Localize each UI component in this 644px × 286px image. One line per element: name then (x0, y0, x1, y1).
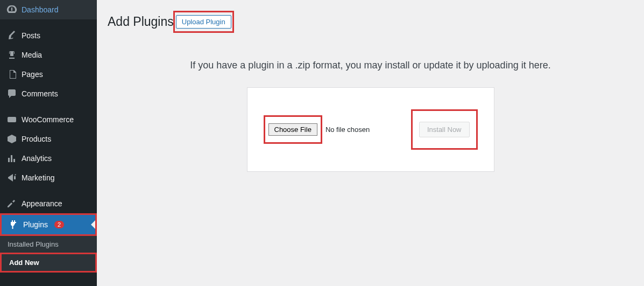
svg-rect-0 (8, 117, 16, 122)
plugins-icon (8, 219, 19, 230)
main-content: Add Plugins Upload Plugin If you have a … (97, 0, 644, 286)
sidebar-item-marketing[interactable]: Marketing (0, 168, 97, 187)
sidebar-label: WooCommerce (22, 115, 74, 124)
choose-file-button[interactable]: Choose File (268, 123, 317, 136)
dashboard-icon (6, 4, 17, 15)
upload-instruction: If you have a plugin in a .zip format, y… (108, 60, 633, 71)
appearance-icon (6, 198, 17, 209)
sidebar-item-comments[interactable]: Comments (0, 84, 97, 103)
sidebar-label: Analytics (22, 154, 52, 163)
sidebar-item-dashboard[interactable]: Dashboard (0, 0, 97, 19)
sidebar-item-plugins[interactable]: Plugins 2 (0, 213, 97, 236)
media-icon (6, 50, 17, 60)
sidebar-label: Media (22, 51, 42, 59)
page-header: Add Plugins Upload Plugin (108, 11, 633, 33)
admin-sidebar: Dashboard Posts Media Pages Comments Woo… (0, 0, 97, 286)
sidebar-label: Comments (22, 89, 58, 98)
analytics-icon (6, 153, 17, 164)
plugins-submenu: Installed Plugins Add New (0, 236, 97, 273)
sidebar-label: Posts (22, 31, 40, 40)
file-input-group: Choose File No file chosen (264, 115, 370, 144)
install-now-button[interactable]: Install Now (419, 122, 470, 137)
comments-icon (6, 88, 17, 99)
submenu-installed-plugins[interactable]: Installed Plugins (0, 236, 97, 253)
sidebar-label: Pages (22, 70, 43, 79)
sidebar-label: Marketing (22, 173, 54, 182)
pages-icon (6, 69, 17, 80)
sidebar-item-products[interactable]: Products (0, 129, 97, 149)
sidebar-item-appearance[interactable]: Appearance (0, 194, 97, 213)
plugins-badge: 2 (54, 221, 64, 228)
sidebar-label: Plugins (23, 220, 48, 229)
sidebar-item-media[interactable]: Media (0, 45, 97, 65)
pin-icon (6, 30, 17, 41)
file-status-label: No file chosen (325, 125, 370, 134)
page-title: Add Plugins (108, 15, 174, 29)
sidebar-item-pages[interactable]: Pages (0, 65, 97, 84)
products-icon (6, 134, 17, 144)
sidebar-label: Dashboard (22, 5, 59, 14)
upload-plugin-button[interactable]: Upload Plugin (176, 15, 231, 29)
marketing-icon (6, 172, 17, 183)
sidebar-item-analytics[interactable]: Analytics (0, 149, 97, 168)
woocommerce-icon (6, 114, 17, 125)
sidebar-label: Appearance (22, 199, 62, 208)
sidebar-item-posts[interactable]: Posts (0, 26, 97, 45)
upload-panel: Choose File No file chosen Install Now (247, 87, 494, 172)
sidebar-label: Products (22, 135, 51, 143)
sidebar-item-woocommerce[interactable]: WooCommerce (0, 110, 97, 129)
submenu-add-new[interactable]: Add New (0, 253, 97, 273)
